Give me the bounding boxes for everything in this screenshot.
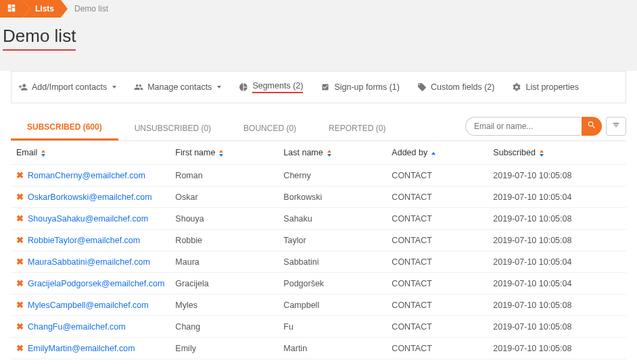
sort-icon	[219, 150, 223, 157]
table-row: ✖ChangFu@emailchef.comChangFuCONTACT2019…	[11, 316, 626, 338]
col-first-name[interactable]: First name	[170, 141, 278, 165]
delete-row-icon[interactable]: ✖	[16, 236, 24, 245]
email-link[interactable]: OskarBorkowski@emailchef.com	[28, 192, 152, 202]
tags-icon	[417, 82, 427, 92]
tab-reported[interactable]: REPORTED (0)	[312, 117, 402, 140]
delete-row-icon[interactable]: ✖	[16, 344, 24, 353]
list-properties-button[interactable]: List properties	[512, 82, 579, 92]
delete-row-icon[interactable]: ✖	[16, 214, 24, 224]
cell-added-by: CONTACT	[386, 230, 488, 251]
cell-first-name: Oskar	[170, 186, 278, 208]
segments-button[interactable]: Segments (2)	[239, 81, 303, 93]
col-last-name[interactable]: Last name	[278, 141, 386, 165]
email-link[interactable]: MauraSabbatini@emailchef.com	[28, 257, 150, 267]
cell-first-name: Emily	[170, 338, 278, 359]
email-link[interactable]: MylesCampbell@emailchef.com	[28, 301, 149, 310]
delete-row-icon[interactable]: ✖	[16, 279, 24, 288]
cell-subscribed: 2019-07-10 10:05:08	[488, 208, 626, 230]
cell-subscribed: 2019-07-10 10:05:08	[488, 316, 626, 338]
delete-row-icon[interactable]: ✖	[16, 171, 24, 180]
cell-last-name: Fu	[278, 316, 386, 338]
breadcrumb-current: Demo list	[61, 4, 115, 14]
signup-forms-button[interactable]: Sign-up forms (1)	[321, 82, 400, 92]
email-link[interactable]: ShouyaSahaku@emailchef.com	[28, 214, 148, 224]
add-import-contacts-button[interactable]: Add/Import contacts	[18, 82, 116, 92]
cell-first-name: Robbie	[170, 230, 278, 251]
header-area: Demo list	[0, 18, 637, 71]
search-button[interactable]	[582, 117, 602, 136]
cell-first-name: Hui	[170, 359, 278, 365]
col-subscribed[interactable]: Subscribed	[488, 141, 626, 165]
cell-added-by: CONTACT	[386, 165, 488, 186]
table-row: ✖HuiLai@emailchef.comHuiLaiCONTACT2019-0…	[11, 359, 626, 365]
table-row: ✖RobbieTaylor@emailchef.comRobbieTaylorC…	[11, 230, 626, 251]
email-link[interactable]: RobbieTaylor@emailchef.com	[28, 236, 140, 245]
toolbar: Add/Import contacts Manage contacts Segm…	[11, 71, 626, 103]
chevron-down-icon	[112, 86, 116, 88]
email-link[interactable]: GracijelaPodgorsek@emailchef.com	[28, 279, 164, 288]
cell-first-name: Maura	[170, 251, 278, 273]
custom-fields-button[interactable]: Custom fields (2)	[417, 82, 494, 92]
table-row: ✖ShouyaSahaku@emailchef.comShouyaSahakuC…	[11, 208, 626, 230]
breadcrumb-home[interactable]	[0, 0, 23, 18]
user-plus-icon	[18, 82, 28, 92]
cell-first-name: Gracijela	[170, 273, 278, 294]
cell-subscribed: 2019-07-10 10:05:04	[488, 273, 626, 294]
cell-first-name: Myles	[170, 294, 278, 316]
col-email[interactable]: Email	[11, 141, 170, 165]
delete-row-icon[interactable]: ✖	[16, 192, 24, 202]
cell-subscribed: 2019-07-10 10:05:04	[488, 186, 626, 208]
search-input[interactable]	[465, 117, 580, 136]
cell-subscribed: 2019-07-10 10:05:08	[488, 294, 626, 316]
cell-first-name: Chang	[170, 316, 278, 338]
pie-chart-icon	[239, 82, 248, 92]
segments-label: Segments (2)	[252, 81, 303, 93]
breadcrumb: Lists Demo list	[0, 0, 637, 18]
add-import-label: Add/Import contacts	[32, 82, 107, 92]
manage-contacts-label: Manage contacts	[147, 82, 212, 92]
col-added-by-label: Added by	[392, 148, 427, 157]
manage-contacts-button[interactable]: Manage contacts	[134, 82, 221, 92]
cell-added-by: CONTACT	[386, 186, 488, 208]
cell-added-by: CONTACT	[386, 316, 488, 338]
cell-subscribed: 2019-07-10 10:05:08	[488, 230, 626, 251]
email-link[interactable]: EmilyMartin@emailchef.com	[28, 344, 135, 353]
filter-button[interactable]	[606, 117, 626, 136]
sort-icon	[327, 150, 331, 157]
table-row: ✖GracijelaPodgorsek@emailchef.comGracije…	[11, 273, 626, 294]
tab-bounced[interactable]: BOUNCED (0)	[227, 117, 312, 140]
table-header-row: Email First name Last name Added by Subs…	[11, 141, 626, 165]
cell-last-name: Sahaku	[278, 208, 386, 230]
delete-row-icon[interactable]: ✖	[16, 257, 24, 267]
cell-added-by: CONTACT	[386, 359, 488, 365]
table-row: ✖MauraSabbatini@emailchef.comMauraSabbat…	[11, 251, 626, 273]
tab-subscribed[interactable]: SUBSCRIBED (600)	[11, 115, 118, 140]
tabs-row: SUBSCRIBED (600) UNSUBSCRIBED (0) BOUNCE…	[11, 115, 626, 141]
cell-last-name: Martin	[278, 338, 386, 359]
email-link[interactable]: RomanCherny@emailchef.com	[28, 171, 145, 180]
cell-subscribed: 2019-07-10 10:05:08	[488, 359, 626, 365]
table-row: ✖RomanCherny@emailchef.comRomanChernyCON…	[11, 165, 626, 186]
delete-row-icon[interactable]: ✖	[16, 322, 24, 332]
dashboard-icon	[7, 3, 16, 15]
col-added-by[interactable]: Added by	[386, 141, 488, 165]
gear-icon	[512, 82, 521, 92]
cell-last-name: Cherny	[278, 165, 386, 186]
delete-row-icon[interactable]: ✖	[16, 301, 24, 310]
table-row: ✖EmilyMartin@emailchef.comEmilyMartinCON…	[11, 338, 626, 359]
cell-first-name: Shouya	[170, 208, 278, 230]
cell-last-name: Sabbatini	[278, 251, 386, 273]
page-title: Demo list	[3, 26, 76, 51]
cell-last-name: Campbell	[278, 294, 386, 316]
cell-last-name: Borkowski	[278, 186, 386, 208]
cell-first-name: Roman	[170, 165, 278, 186]
contacts-table: Email First name Last name Added by Subs…	[11, 141, 626, 364]
cell-added-by: CONTACT	[386, 273, 488, 294]
col-subscribed-label: Subscribed	[493, 148, 536, 157]
cell-last-name: Podgoršek	[278, 273, 386, 294]
cell-added-by: CONTACT	[386, 251, 488, 273]
tab-unsubscribed[interactable]: UNSUBSCRIBED (0)	[118, 117, 227, 140]
custom-fields-label: Custom fields (2)	[431, 82, 494, 92]
email-link[interactable]: ChangFu@emailchef.com	[28, 322, 126, 332]
col-email-label: Email	[16, 148, 37, 157]
